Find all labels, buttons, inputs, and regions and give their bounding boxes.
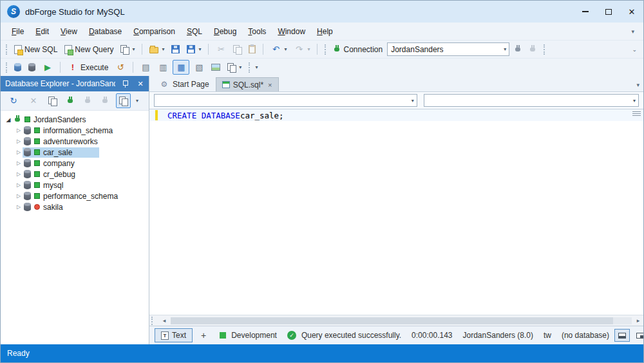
scrollbar-splitter-grip[interactable] [151, 317, 157, 325]
split-view-button[interactable] [632, 329, 644, 342]
menu-edit[interactable]: Edit [30, 24, 55, 39]
query-text-button[interactable]: ▤ [138, 60, 153, 75]
status-green-icon [34, 127, 40, 133]
tab-list-chevron-icon[interactable]: ▾ [636, 82, 639, 88]
tab-close-icon[interactable]: × [268, 81, 272, 89]
maximize-button[interactable] [597, 1, 620, 23]
scroll-right-icon[interactable]: ▸ [633, 317, 643, 324]
duplicate-object-button[interactable] [46, 93, 59, 108]
scroll-left-icon[interactable]: ◂ [159, 317, 169, 324]
collapse-arrow-icon[interactable]: ◢ [5, 116, 12, 123]
new-sql-button[interactable]: New SQL [12, 42, 60, 57]
tab-sql-document[interactable]: SQL.sql* × [216, 77, 279, 91]
menu-window[interactable]: Window [272, 24, 311, 39]
add-result-tab-button[interactable]: + [198, 330, 209, 340]
tree-node-connection[interactable]: ◢ JordanSanders [1, 114, 149, 125]
toolbar-overflow-icon[interactable]: ▾ [255, 64, 258, 70]
tree-node-database[interactable]: ▷ cr_debug [1, 169, 149, 180]
menu-tools[interactable]: Tools [242, 24, 272, 39]
new-database-button[interactable] [12, 60, 24, 75]
database-tasks-button[interactable] [26, 60, 38, 75]
menu-file[interactable]: File [6, 24, 30, 39]
new-document-button[interactable]: ▾ [118, 42, 137, 57]
tree-node-database-selected[interactable]: ▷ car_sale [1, 147, 149, 158]
explorer-toolbar-overflow-icon[interactable]: ▾ [136, 98, 138, 104]
connection-combobox[interactable]: JordanSanders ▾ [387, 42, 509, 56]
expand-arrow-icon[interactable]: ▷ [15, 193, 23, 199]
save-all-button[interactable]: ▾ [184, 42, 204, 57]
connect-button[interactable] [81, 93, 94, 108]
refresh-button[interactable]: ↻ [6, 93, 21, 108]
editor-splitter-grip[interactable] [632, 111, 641, 116]
toolbar-grip[interactable] [6, 44, 7, 55]
expand-arrow-icon[interactable]: ▷ [15, 127, 23, 133]
edit-connection-button[interactable] [526, 42, 539, 57]
toolbar-grip[interactable] [544, 44, 545, 55]
new-connection-button[interactable] [511, 42, 524, 57]
environment-label[interactable]: Development [231, 331, 277, 340]
active-connection[interactable]: JordanSanders (8.0) [463, 331, 533, 340]
menu-help[interactable]: Help [311, 24, 339, 39]
tab-start-page[interactable]: ⚙ Start Page [153, 77, 215, 91]
menu-comparison[interactable]: Comparison [128, 24, 181, 39]
paste-button[interactable] [246, 42, 258, 57]
expand-arrow-icon[interactable]: ▷ [15, 149, 23, 155]
scrollbar-thumb[interactable] [171, 317, 613, 324]
explorer-close-button[interactable]: ✕ [135, 78, 146, 89]
explorer-header[interactable]: Database Explorer - JordanSanders ✕ [1, 76, 149, 91]
chart-button[interactable] [209, 60, 223, 75]
menu-sql[interactable]: SQL [181, 24, 208, 39]
open-file-button[interactable]: ▾ [147, 42, 167, 57]
expand-arrow-icon[interactable]: ▷ [15, 182, 23, 188]
tree-node-database[interactable]: ▷ performance_schema [1, 191, 149, 201]
sql-editor[interactable]: CREATE DATABASE car_sale; [149, 109, 643, 315]
tree-node-label: adventureworks [43, 137, 98, 146]
toolbar-grip[interactable] [325, 44, 326, 55]
expand-arrow-icon[interactable]: ▷ [15, 171, 23, 177]
tree-node-database[interactable]: ▷ adventureworks [1, 136, 149, 147]
toolbar-grip[interactable] [6, 62, 7, 73]
new-query-button[interactable]: New Query [62, 42, 116, 57]
menubar-overflow-icon[interactable]: ▾ [627, 28, 638, 35]
minimize-button[interactable] [574, 1, 597, 23]
toolbar-grip[interactable] [249, 62, 250, 73]
add-view-button[interactable]: ▾ [225, 60, 244, 75]
query-plan-button[interactable]: ▥ [155, 60, 171, 75]
cut-button[interactable]: ✂ [213, 42, 229, 57]
object-combobox[interactable]: ▾ [154, 94, 417, 107]
expand-arrow-icon[interactable]: ▷ [15, 160, 23, 166]
tree-node-database[interactable]: ▷ company [1, 158, 149, 169]
horizontal-scrollbar[interactable]: ◂ ▸ [149, 315, 643, 326]
active-database[interactable]: (no database) [562, 331, 609, 340]
run-button[interactable]: ▶ [40, 60, 55, 75]
pin-button[interactable] [119, 78, 131, 89]
code-line-1[interactable]: CREATE DATABASE car_sale; [149, 109, 643, 121]
scrollbar-track[interactable] [171, 317, 632, 324]
menu-view[interactable]: View [55, 24, 83, 39]
disconnect-button[interactable] [99, 93, 111, 108]
new-connection-button-explorer[interactable] [64, 93, 77, 108]
undo-button[interactable]: ↶ ▾ [268, 42, 289, 57]
copy-button[interactable] [231, 42, 244, 57]
expand-arrow-icon[interactable]: ▷ [15, 138, 23, 144]
sync-with-editor-button[interactable] [116, 93, 131, 108]
close-button[interactable]: ✕ [620, 1, 643, 23]
execute-button[interactable]: ! Execute [65, 60, 111, 75]
execution-history-button[interactable]: ↺ [113, 60, 128, 75]
member-combobox[interactable]: ▾ [424, 94, 639, 107]
expand-arrow-icon[interactable]: ▷ [15, 204, 23, 210]
pivot-table-button[interactable]: ▧ [191, 60, 207, 75]
toolbar-overflow-icon[interactable]: ⌄ [628, 46, 641, 53]
stop-refresh-button[interactable]: ✕ [26, 93, 41, 108]
copy-icon [233, 45, 242, 53]
redo-button[interactable]: ↷ ▾ [291, 42, 312, 57]
menu-database[interactable]: Database [83, 24, 128, 39]
single-view-button[interactable] [614, 329, 630, 342]
tree-node-database[interactable]: ▷ sakila [1, 201, 149, 212]
tree-node-database[interactable]: ▷ information_schema [1, 125, 149, 136]
save-button[interactable] [169, 42, 182, 57]
text-view-tab[interactable]: T Text [155, 328, 193, 342]
results-grid-button[interactable]: ▦ [173, 60, 189, 75]
tree-node-database[interactable]: ▷ mysql [1, 180, 149, 191]
menu-debug[interactable]: Debug [208, 24, 242, 39]
